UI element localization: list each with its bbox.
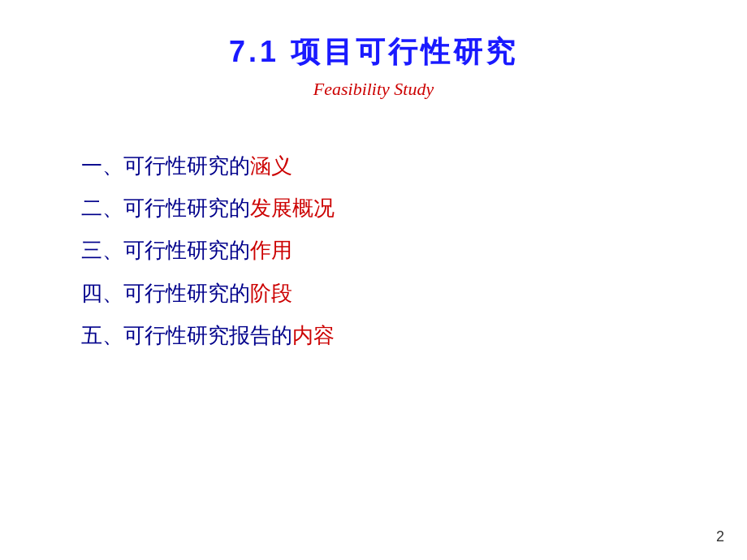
page-number: 2: [716, 528, 724, 545]
item-5-prefix: 五、可行性研究报告的: [81, 324, 292, 347]
title-english: Feasibility Study: [229, 79, 518, 100]
item-1-highlight: 涵义: [250, 154, 292, 178]
list-item: 二、可行性研究的发展概况: [81, 191, 747, 226]
content-section: 一、可行性研究的涵义 二、可行性研究的发展概况 三、可行性研究的作用 四、可行性…: [0, 149, 747, 354]
item-4-prefix: 四、可行性研究的: [81, 282, 250, 305]
list-item: 四、可行性研究的阶段: [81, 276, 747, 312]
title-section: 7.1 项目可行性研究 Feasibility Study: [229, 32, 518, 100]
list-item: 三、可行性研究的作用: [81, 233, 747, 269]
item-2-prefix: 二、可行性研究的: [81, 196, 250, 220]
title-chinese: 7.1 项目可行性研究: [229, 32, 518, 72]
item-2-highlight: 发展概况: [250, 196, 335, 220]
item-5-highlight: 内容: [292, 324, 335, 347]
item-4-highlight: 阶段: [250, 282, 292, 305]
item-1-prefix: 一、可行性研究的: [81, 154, 250, 178]
slide-container: 7.1 项目可行性研究 Feasibility Study 一、可行性研究的涵义…: [0, 0, 747, 560]
list-item: 一、可行性研究的涵义: [81, 149, 747, 184]
item-3-highlight: 作用: [250, 239, 292, 262]
list-item: 五、可行性研究报告的内容: [81, 318, 747, 354]
item-3-prefix: 三、可行性研究的: [81, 239, 250, 262]
